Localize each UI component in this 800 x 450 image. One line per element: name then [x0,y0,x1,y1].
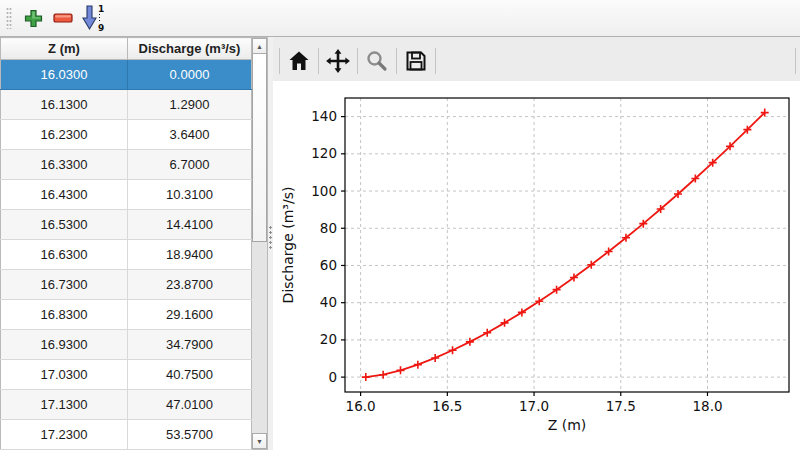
magnifier-icon [365,49,389,73]
x-axis-label: Z (m) [548,417,587,433]
table-cell[interactable]: 16.3300 [1,150,128,180]
chart-panel: 16.016.517.017.518.0020406080100120140Z … [273,37,800,450]
panel-splitter[interactable] [268,37,273,450]
remove-row-button[interactable] [48,3,78,33]
table-scrollbar[interactable]: ▲ ▼ [252,37,268,450]
table-cell[interactable]: 17.0300 [1,360,128,390]
x-tick-label: 16.0 [346,398,376,414]
rating-table-panel: Z (m) Discharge (m³/s) 16.03000.000016.1… [0,37,268,450]
scrollbar-thumb[interactable] [252,54,267,242]
table-cell[interactable]: 40.7500 [128,360,252,390]
column-header-z[interactable]: Z (m) [1,38,128,60]
sort-ascending-icon: 1 9 [81,4,105,32]
scrollbar-down-button[interactable]: ▼ [252,433,267,449]
svg-text:9: 9 [98,23,104,32]
y-tick-label: 60 [320,257,337,273]
main-toolbar: 1 9 [0,0,800,37]
table-cell[interactable]: 47.0100 [128,390,252,420]
table-cell[interactable]: 16.5300 [1,210,128,240]
toolbar-separator [396,48,397,74]
table-row[interactable]: 16.630018.9400 [1,240,252,270]
table-row[interactable]: 16.430010.3100 [1,180,252,210]
save-icon [404,49,428,73]
table-cell[interactable]: 16.4300 [1,180,128,210]
table-cell[interactable]: 3.6400 [128,120,252,150]
table-cell[interactable]: 16.2300 [1,120,128,150]
y-tick-label: 100 [311,183,337,199]
sort-rows-button[interactable]: 1 9 [78,3,108,33]
y-tick-label: 80 [320,220,337,236]
table-cell[interactable]: 16.0300 [1,60,128,90]
table-cell[interactable]: 53.5700 [128,420,252,450]
toolbar-separator [435,48,436,74]
y-tick-label: 140 [311,108,337,124]
table-cell[interactable]: 16.1300 [1,90,128,120]
table-cell[interactable]: 16.8300 [1,300,128,330]
table-row[interactable]: 17.030040.7500 [1,360,252,390]
scrollbar-up-button[interactable]: ▲ [252,38,267,54]
table-header-row: Z (m) Discharge (m³/s) [1,38,252,60]
table-row[interactable]: 16.23003.6400 [1,120,252,150]
table-cell[interactable]: 16.9300 [1,330,128,360]
y-tick-label: 120 [311,145,337,161]
home-icon [287,49,311,73]
chart-figure: 16.016.517.017.518.0020406080100120140Z … [273,81,800,450]
table-cell[interactable]: 16.6300 [1,240,128,270]
table-cell[interactable]: 10.3100 [128,180,252,210]
x-tick-label: 16.5 [432,398,462,414]
add-row-button[interactable] [18,3,48,33]
chart-pan-button[interactable] [321,45,355,77]
splitter-grip-icon [269,225,272,249]
chart-zoom-button[interactable] [360,45,394,77]
table-cell[interactable]: 16.7300 [1,270,128,300]
chart-home-button[interactable] [282,45,316,77]
chart-save-button[interactable] [399,45,433,77]
toolbar-separator [357,48,358,74]
table-cell[interactable]: 0.0000 [128,60,252,90]
y-axis-label: Discharge (m³/s) [280,187,296,304]
table-row[interactable]: 17.230053.5700 [1,420,252,450]
toolbar-separator [279,48,280,74]
table-cell[interactable]: 1.2900 [128,90,252,120]
table-cell[interactable]: 17.1300 [1,390,128,420]
table-cell[interactable]: 14.4100 [128,210,252,240]
toolbar-drag-handle[interactable] [6,7,12,29]
table-row[interactable]: 16.530014.4100 [1,210,252,240]
x-tick-label: 17.0 [519,398,549,414]
chart-toolbar [273,37,800,81]
discharge-curve-plot[interactable]: 16.016.517.017.518.0020406080100120140Z … [273,81,800,450]
x-tick-label: 17.5 [606,398,636,414]
plus-icon [24,9,43,28]
move-icon [325,48,351,74]
table-row[interactable]: 16.930034.7900 [1,330,252,360]
minus-icon [53,13,73,23]
y-tick-label: 20 [320,331,337,347]
table-cell[interactable]: 34.7900 [128,330,252,360]
svg-text:1: 1 [98,4,104,14]
table-row[interactable]: 17.130047.0100 [1,390,252,420]
column-header-discharge[interactable]: Discharge (m³/s) [128,38,252,60]
table-row[interactable]: 16.730023.8700 [1,270,252,300]
toolbar-separator [795,48,796,74]
table-cell[interactable]: 6.7000 [128,150,252,180]
table-cell[interactable]: 29.1600 [128,300,252,330]
x-tick-label: 18.0 [692,398,722,414]
y-tick-label: 0 [328,369,337,385]
table-cell[interactable]: 23.8700 [128,270,252,300]
table-cell[interactable]: 17.2300 [1,420,128,450]
table-row[interactable]: 16.13001.2900 [1,90,252,120]
table-row[interactable]: 16.33006.7000 [1,150,252,180]
y-tick-label: 40 [320,294,337,310]
table-row[interactable]: 16.830029.1600 [1,300,252,330]
table-row[interactable]: 16.03000.0000 [1,60,252,90]
toolbar-separator [318,48,319,74]
table-body: 16.03000.000016.13001.290016.23003.64001… [1,60,252,450]
rating-table: Z (m) Discharge (m³/s) 16.03000.000016.1… [0,37,252,450]
table-cell[interactable]: 18.9400 [128,240,252,270]
